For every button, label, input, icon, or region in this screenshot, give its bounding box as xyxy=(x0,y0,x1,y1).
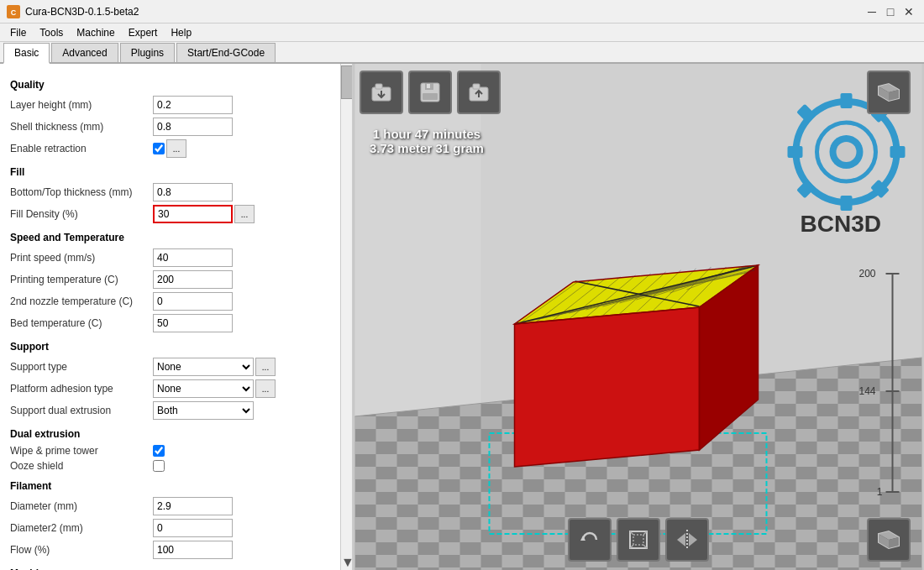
setting-flow: Flow (%) xyxy=(10,541,335,559)
maximize-button[interactable]: □ xyxy=(882,3,899,20)
svg-rect-84 xyxy=(633,535,643,545)
svg-marker-90 xyxy=(677,533,685,546)
tab-basic[interactable]: Basic xyxy=(3,43,50,64)
tab-advanced[interactable]: Advanced xyxy=(51,43,118,62)
menu-file[interactable]: File xyxy=(3,25,33,40)
perspective-icon xyxy=(877,528,900,552)
scale-icon xyxy=(627,528,650,552)
svg-rect-17 xyxy=(841,93,853,108)
setting-print-speed: Print speed (mm/s) xyxy=(10,248,335,267)
rotate-icon xyxy=(578,528,601,552)
section-quality: Quality xyxy=(10,79,335,91)
label-bottom-top-thickness: Bottom/Top thickness (mm) xyxy=(10,186,153,198)
scroll-down-arrow[interactable]: ▼ xyxy=(341,555,353,570)
menu-tools[interactable]: Tools xyxy=(33,25,70,40)
close-button[interactable]: ✕ xyxy=(900,3,917,20)
menu-expert[interactable]: Expert xyxy=(122,25,165,40)
setting-enable-retraction: Enable retraction ... xyxy=(10,139,335,158)
svg-rect-76 xyxy=(473,84,480,89)
input-shell-thickness[interactable] xyxy=(153,118,233,136)
setting-print-temp: Printing temperature (C) xyxy=(10,270,335,289)
tab-startend-gcode[interactable]: Start/End-GCode xyxy=(176,43,276,62)
title-bar: C Cura-BCN3D-0.1.5-beta2 ─ □ ✕ xyxy=(0,0,924,24)
select-platform-adhesion[interactable]: None Brim Raft xyxy=(153,379,254,398)
app-title: Cura-BCN3D-0.1.5-beta2 xyxy=(25,6,139,18)
bottom-toolbar xyxy=(568,518,709,562)
load-button[interactable] xyxy=(360,71,403,114)
svg-text:BCN3D: BCN3D xyxy=(801,211,881,237)
setting-fill-density: Fill Density (%) ... xyxy=(10,205,335,223)
input-2nd-nozzle-temp[interactable] xyxy=(153,292,233,311)
menu-help[interactable]: Help xyxy=(164,25,198,40)
scale-button[interactable] xyxy=(617,518,660,562)
label-print-temp: Printing temperature (C) xyxy=(10,274,153,285)
menu-bar: File Tools Machine Expert Help xyxy=(0,24,924,42)
time-line1: 1 hour 47 minutes xyxy=(370,127,484,141)
setting-layer-height: Layer height (mm) xyxy=(10,96,335,114)
label-enable-retraction: Enable retraction xyxy=(10,143,153,154)
save-button[interactable] xyxy=(408,71,452,114)
input-diameter2[interactable] xyxy=(153,519,233,537)
time-line2: 3.73 meter 31 gram xyxy=(370,141,484,155)
label-platform-adhesion: Platform adhesion type xyxy=(10,383,153,395)
tab-plugins[interactable]: Plugins xyxy=(120,43,175,62)
tab-bar: Basic Advanced Plugins Start/End-GCode xyxy=(0,42,924,64)
rotate-button[interactable] xyxy=(568,518,612,562)
svg-text:200: 200 xyxy=(858,268,875,280)
setting-bottom-top-thickness: Bottom/Top thickness (mm) xyxy=(10,183,335,201)
svg-rect-20 xyxy=(890,146,906,158)
checkbox-wipe-prime-tower[interactable] xyxy=(153,445,165,457)
input-fill-density[interactable] xyxy=(153,205,233,223)
scrollbar-thumb[interactable] xyxy=(341,65,353,99)
section-dual-extrusion: Dual extrusion xyxy=(10,428,335,440)
label-print-speed: Print speed (mm/s) xyxy=(10,252,153,264)
export-icon xyxy=(467,81,491,104)
fill-density-dots-button[interactable]: ... xyxy=(234,205,255,223)
select-support-type[interactable]: None Touching buildplate Everywhere xyxy=(153,358,254,376)
mirror-button[interactable] xyxy=(665,518,709,562)
label-flow: Flow (%) xyxy=(10,544,153,556)
svg-text:144: 144 xyxy=(858,385,875,397)
input-bottom-top-thickness[interactable] xyxy=(153,183,233,201)
minimize-button[interactable]: ─ xyxy=(864,3,880,20)
svg-rect-69 xyxy=(375,84,382,89)
label-fill-density: Fill Density (%) xyxy=(10,208,153,220)
svg-rect-74 xyxy=(427,84,430,88)
retraction-dots-button[interactable]: ... xyxy=(166,139,186,158)
setting-support-dual-extrusion: Support dual extrusion Both First extrud… xyxy=(10,401,335,420)
label-ooze-shield: Ooze shield xyxy=(10,460,153,472)
support-type-dots-button[interactable]: ... xyxy=(255,358,276,376)
setting-diameter2: Diameter2 (mm) xyxy=(10,519,335,537)
input-bed-temp[interactable] xyxy=(153,314,233,332)
app-icon: C xyxy=(7,5,20,18)
window-controls: ─ □ ✕ xyxy=(864,3,917,20)
setting-bed-temp: Bed temperature (C) xyxy=(10,314,335,332)
export-button[interactable] xyxy=(457,71,501,114)
input-diameter[interactable] xyxy=(153,497,233,515)
svg-rect-73 xyxy=(423,93,438,100)
section-fill: Fill xyxy=(10,166,335,178)
input-print-temp[interactable] xyxy=(153,270,233,289)
select-support-dual-extrusion[interactable]: Both First extruder Second extruder xyxy=(153,401,254,420)
view-3d-button[interactable] xyxy=(867,71,911,114)
menu-machine[interactable]: Machine xyxy=(70,25,121,40)
input-flow[interactable] xyxy=(153,541,233,559)
perspective-button[interactable] xyxy=(867,518,911,562)
setting-diameter: Diameter (mm) xyxy=(10,497,335,515)
setting-shell-thickness: Shell thickness (mm) xyxy=(10,118,335,136)
platform-adhesion-dots-button[interactable]: ... xyxy=(255,379,276,398)
input-layer-height[interactable] xyxy=(153,96,233,114)
svg-text:C: C xyxy=(11,8,17,17)
load-icon xyxy=(370,81,393,104)
label-layer-height: Layer height (mm) xyxy=(10,99,153,111)
checkbox-enable-retraction[interactable] xyxy=(153,143,165,154)
checkbox-ooze-shield[interactable] xyxy=(153,460,165,472)
input-print-speed[interactable] xyxy=(153,248,233,267)
view-3d-icon xyxy=(877,81,900,104)
label-bed-temp: Bed temperature (C) xyxy=(10,317,153,329)
setting-wipe-prime-tower: Wipe & prime tower xyxy=(10,445,335,457)
setting-support-type: Support type None Touching buildplate Ev… xyxy=(10,358,335,376)
svg-marker-91 xyxy=(689,533,697,546)
label-diameter: Diameter (mm) xyxy=(10,500,153,512)
time-display: 1 hour 47 minutes 3.73 meter 31 gram xyxy=(370,127,484,155)
